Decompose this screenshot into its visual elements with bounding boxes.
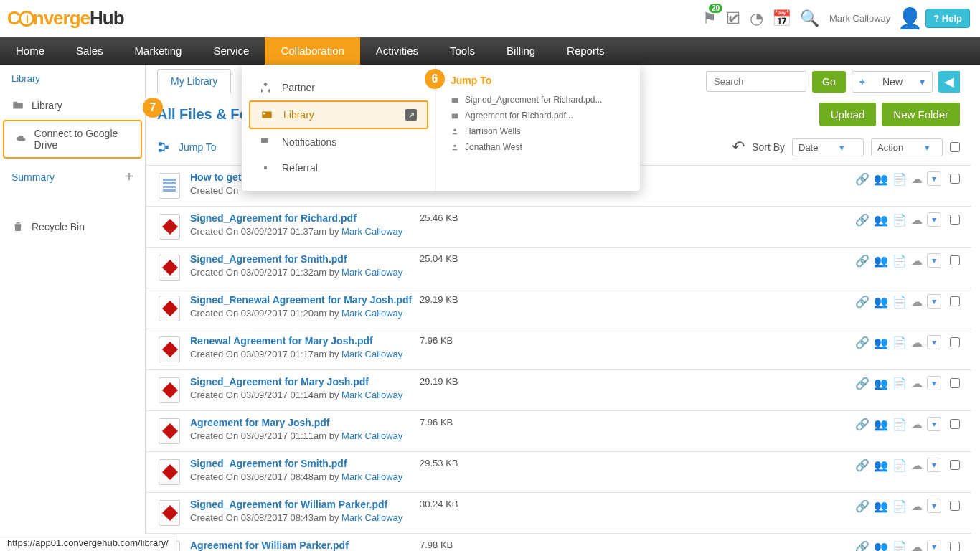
author-link[interactable]: Mark Calloway [341,430,402,441]
username-label[interactable]: Mark Calloway [829,13,890,24]
share-icon[interactable]: 👥 [874,295,888,309]
share-icon[interactable]: 👥 [874,213,888,227]
share-icon[interactable]: 👥 [874,377,888,390]
file-icon[interactable]: 📄 [892,172,907,186]
row-menu-button[interactable]: ▾ [927,171,941,186]
link-icon[interactable]: 🔗 [855,540,870,552]
share-icon[interactable]: 👥 [874,336,888,349]
share-icon[interactable]: 👥 [874,254,888,268]
file-icon[interactable]: 📄 [892,377,907,390]
link-icon[interactable]: 🔗 [855,499,870,513]
file-name-link[interactable]: Signed_Agreement for Richard.pdf [190,212,420,224]
link-icon[interactable]: 🔗 [855,336,870,349]
sidebar-summary-link[interactable]: Summary [11,171,55,183]
jump-to-item[interactable]: Agreement for Richard.pdf... [451,108,626,123]
link-icon[interactable]: 🔗 [855,254,870,268]
row-checkbox[interactable] [950,215,960,225]
file-name-link[interactable]: Signed_Agreement for Smith.pdf [190,253,420,265]
nav-item-home[interactable]: Home [0,37,60,65]
dropdown-item-library[interactable]: Library↗ [249,100,428,129]
row-checkbox[interactable] [950,460,960,470]
jump-to-link[interactable]: Jump To [179,141,217,153]
search-input[interactable] [706,71,806,92]
logo[interactable]: CnvergeHub [7,7,124,29]
new-dropdown[interactable]: +New▾ [852,71,933,93]
jump-to-item[interactable]: Harrison Wells [451,123,626,139]
share-icon[interactable]: 👥 [874,458,888,472]
row-menu-button[interactable]: ▾ [927,540,941,551]
file-icon[interactable]: 📄 [892,418,907,431]
download-icon[interactable]: ☁ [911,499,923,513]
clipboard-icon[interactable]: 🗹 [722,8,744,29]
row-menu-button[interactable]: ▾ [927,212,941,227]
nav-item-tools[interactable]: Tools [434,37,491,65]
row-checkbox[interactable] [950,255,960,265]
link-icon[interactable]: 🔗 [855,213,870,227]
action-dropdown[interactable]: Action▾ [871,138,943,156]
jump-to-item[interactable]: Signed_Agreement for Richard.pd... [451,92,626,108]
row-checkbox[interactable] [950,337,960,347]
link-icon[interactable]: 🔗 [855,418,870,431]
sidebar-item-google-drive[interactable]: Connect to Google Drive [3,120,142,159]
clock-icon[interactable]: ◔ [747,8,766,29]
file-icon[interactable]: 📄 [892,499,907,513]
link-icon[interactable]: 🔗 [855,458,870,472]
file-name-link[interactable]: Renewal Agreement for Mary Josh.pdf [190,335,420,347]
author-link[interactable]: Mark Calloway [341,267,402,278]
row-menu-button[interactable]: ▾ [927,335,941,349]
dropdown-item-partner[interactable]: Partner [249,75,428,100]
row-checkbox[interactable] [950,419,960,429]
nav-item-reports[interactable]: Reports [551,37,621,65]
download-icon[interactable]: ☁ [911,377,923,390]
author-link[interactable]: Mark Calloway [341,308,402,319]
file-name-link[interactable]: Agreement for William Parker.pdf [190,540,420,551]
sort-field-dropdown[interactable]: Date▾ [792,138,864,156]
row-menu-button[interactable]: ▾ [927,253,941,268]
row-checkbox[interactable] [950,174,960,184]
file-name-link[interactable]: Signed_Agreement for Mary Josh.pdf [190,376,420,387]
nav-item-service[interactable]: Service [197,37,265,65]
share-icon[interactable]: 👥 [874,499,888,513]
file-name-link[interactable]: Signed_Agreement for Smith.pdf [190,458,420,469]
sidebar-item-recycle[interactable]: Recycle Bin [0,214,145,240]
download-icon[interactable]: ☁ [911,254,923,268]
tab-my-library[interactable]: My Library [157,69,231,94]
dropdown-item-referral[interactable]: Referral [249,155,428,181]
row-checkbox[interactable] [950,501,960,511]
share-icon[interactable]: 👥 [874,540,888,552]
jump-to-item[interactable]: Jonathan West [451,139,626,155]
file-icon[interactable]: 📄 [892,295,907,309]
file-icon[interactable]: 📄 [892,254,907,268]
collapse-panel-button[interactable]: ◀ [938,71,960,93]
download-icon[interactable]: ☁ [911,213,923,227]
nav-item-marketing[interactable]: Marketing [119,37,198,65]
row-checkbox[interactable] [950,296,960,306]
download-icon[interactable]: ☁ [911,458,923,472]
nav-item-billing[interactable]: Billing [491,37,551,65]
file-icon[interactable]: 📄 [892,336,907,349]
nav-item-sales[interactable]: Sales [60,37,119,65]
dropdown-item-notifications[interactable]: Notifications [249,129,428,155]
download-icon[interactable]: ☁ [911,172,923,186]
select-all-checkbox[interactable] [950,142,960,152]
author-link[interactable]: Mark Calloway [341,349,402,359]
row-menu-button[interactable]: ▾ [927,458,941,472]
breadcrumb[interactable]: Library [0,65,145,93]
file-name-link[interactable]: Agreement for Mary Josh.pdf [190,417,420,428]
add-icon[interactable]: + [125,169,133,185]
file-icon[interactable]: 📄 [892,458,907,472]
flag-icon[interactable]: ⚑20 [699,8,720,29]
row-menu-button[interactable]: ▾ [927,499,941,513]
download-icon[interactable]: ☁ [911,540,923,552]
undo-icon[interactable]: ↶ [732,138,745,156]
row-checkbox[interactable] [950,542,960,551]
link-icon[interactable]: 🔗 [855,295,870,309]
download-icon[interactable]: ☁ [911,336,923,349]
file-icon[interactable]: 📄 [892,213,907,227]
avatar-icon[interactable]: 👤 [897,6,923,30]
share-icon[interactable]: 👥 [874,418,888,431]
download-icon[interactable]: ☁ [911,295,923,309]
link-icon[interactable]: 🔗 [855,377,870,390]
calendar-icon[interactable]: 📅 [769,8,794,29]
row-menu-button[interactable]: ▾ [927,417,941,431]
